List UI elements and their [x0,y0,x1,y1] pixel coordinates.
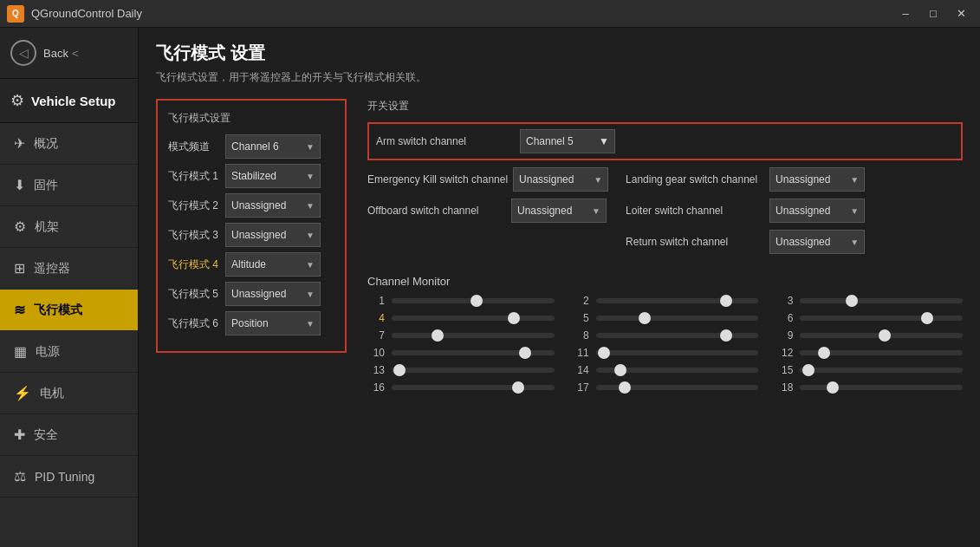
mode-2-arrow: ▼ [306,201,315,211]
sidebar-item-overview[interactable]: ✈ 概况 [0,123,138,165]
ch-track [800,316,963,321]
mode-channel-value: Channel 6 [231,140,279,153]
maximize-button[interactable]: □ [921,4,945,23]
mode-2-select[interactable]: Unassigned ▼ [225,193,321,218]
channel-row: 10 [367,347,555,359]
sidebar-item-safety[interactable]: ✚ 安全 [0,414,138,456]
flight-mode-panel-title: 飞行模式设置 [168,111,334,126]
sidebar-label-motors: 电机 [40,386,64,401]
ch-track [392,368,555,373]
arm-switch-arrow: ▼ [599,135,609,147]
mode-channel-select[interactable]: Channel 6 ▼ [225,134,321,159]
close-button[interactable]: ✕ [949,4,973,23]
switch-columns: Emergency Kill switch channel Unassigned… [367,167,963,261]
channel-row: 18 [776,381,963,394]
offboard-select[interactable]: Unassigned ▼ [511,199,607,223]
mode-row-2: 飞行模式 2 Unassigned ▼ [168,193,334,218]
ch-dot [720,329,732,342]
offboard-arrow: ▼ [592,206,600,216]
channel-monitor-title: Channel Monitor [367,275,963,288]
ch-label: 15 [776,364,793,376]
emergency-kill-arrow: ▼ [594,175,602,185]
sidebar-item-pidtuning[interactable]: ⚖ PID Tuning [0,456,138,498]
mode-3-select[interactable]: Unassigned ▼ [225,223,321,247]
sidebar-item-firmware[interactable]: ⬇ 固件 [0,165,138,206]
ch-dot [471,295,483,307]
return-select[interactable]: Unassigned ▼ [769,230,865,254]
loiter-value: Unassigned [776,205,830,217]
mode-row-4: 飞行模式 4 Altitude ▼ [168,252,334,277]
landing-gear-value: Unassigned [776,173,830,186]
sidebar-label-firmware: 固件 [34,178,58,193]
mode-3-value: Unassigned [231,229,286,241]
channel-row: 11 [572,347,759,359]
mode-6-select[interactable]: Position ▼ [225,311,321,335]
ch-dot [827,381,839,394]
mode-2-value: Unassigned [231,199,286,212]
channel-row: 6 [776,312,963,324]
ch-dot [802,364,815,376]
ch-dot [598,347,610,359]
emergency-kill-select[interactable]: Unassigned ▼ [513,167,608,192]
loiter-select[interactable]: Unassigned ▼ [769,199,865,223]
loiter-arrow: ▼ [850,206,859,216]
back-label: Back [43,47,68,60]
ch-label: 4 [367,312,385,324]
sidebar-item-airframe[interactable]: ⚙ 机架 [0,206,138,248]
switch-row-return: Return switch channel Unassigned ▼ [626,230,865,254]
sidebar-item-rc[interactable]: ⊞ 遥控器 [0,248,138,290]
mode-1-select[interactable]: Stabilized ▼ [225,164,321,188]
mode-3-label: 飞行模式 3 [168,228,218,243]
sidebar-item-motors[interactable]: ⚡ 电机 [0,373,138,414]
arm-switch-select[interactable]: Channel 5 ▼ [520,129,615,153]
sidebar-item-flightmodes[interactable]: ≋ 飞行模式 [0,290,138,331]
page-title: 飞行模式 设置 [156,42,963,65]
ch-track [800,350,963,355]
ch-track [800,333,963,338]
ch-dot [432,329,444,342]
ch-track [596,368,759,373]
ch-dot [720,295,732,307]
mode-4-select[interactable]: Altitude ▼ [225,252,321,277]
channel-row: 2 [572,295,759,307]
switch-row-emergency: Emergency Kill switch channel Unassigned… [367,167,608,192]
return-label: Return switch channel [626,236,764,248]
ch-track [392,385,555,390]
sidebar-label-overview: 概况 [34,136,58,152]
ch-label: 1 [367,295,385,307]
ch-track [392,316,555,321]
safety-icon: ✚ [14,427,25,443]
ch-track [596,298,759,303]
minimize-button[interactable]: – [893,4,918,23]
back-bar[interactable]: ◁ Back < [0,28,138,79]
mode-5-value: Unassigned [231,288,286,300]
loiter-label: Loiter switch channel [626,205,764,217]
switch-row-landing: Landing gear switch channel Unassigned ▼ [626,167,865,192]
switch-row-loiter: Loiter switch channel Unassigned ▼ [626,199,865,223]
channel-row: 16 [367,381,555,394]
landing-gear-label: Landing gear switch channel [626,173,764,186]
channel-row: 3 [776,295,963,307]
arm-switch-value: Channel 5 [526,135,574,147]
mode-1-label: 飞行模式 1 [168,169,218,184]
sidebar-label-power: 电源 [36,344,60,360]
mode-2-label: 飞行模式 2 [168,199,218,213]
window-controls: – □ ✕ [893,4,973,23]
firmware-icon: ⬇ [14,177,25,193]
sidebar: ◁ Back < ⚙ Vehicle Setup ✈ 概况 ⬇ 固件 ⚙ 机架 … [0,28,139,547]
ch-track [800,385,963,390]
channel-row: 13 [367,364,555,376]
sidebar-item-power[interactable]: ▦ 电源 [0,331,138,373]
gear-icon: ⚙ [10,91,24,110]
sidebar-label-rc: 遥控器 [34,261,70,277]
ch-label: 12 [776,347,793,359]
mode-6-value: Position [231,317,269,329]
landing-gear-select[interactable]: Unassigned ▼ [769,167,865,192]
ch-label: 3 [776,295,793,307]
channel-row: 4 [367,312,555,324]
ch-dot [393,364,406,376]
switch-row-offboard: Offboard switch channel Unassigned ▼ [367,199,608,223]
return-arrow: ▼ [850,238,859,247]
mode-5-select[interactable]: Unassigned ▼ [225,282,321,306]
sidebar-label-safety: 安全 [34,427,58,443]
